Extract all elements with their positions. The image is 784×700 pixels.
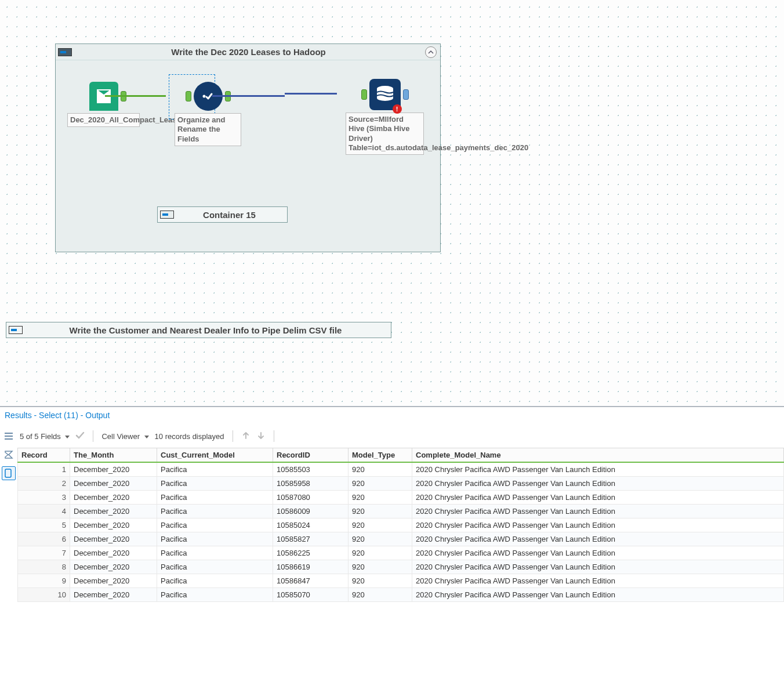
cell-custmodel: Pacifica bbox=[157, 588, 273, 602]
table-row[interactable]: 5December_2020Pacifica105850249202020 Ch… bbox=[18, 518, 784, 532]
output-data-icon: ! bbox=[369, 79, 401, 110]
connector-line[interactable] bbox=[285, 93, 337, 95]
connector-line[interactable] bbox=[212, 95, 285, 97]
cell-month: December_2020 bbox=[70, 588, 157, 602]
col-header-recordid[interactable]: RecordID bbox=[273, 448, 349, 463]
tool-input-label: Dec_2020_All_Compact_Lease_Payments.yxdb bbox=[67, 113, 140, 127]
chevron-down-icon bbox=[144, 436, 149, 438]
tool-output-label: Source=Mllford Hive (Simba Hive Driver) … bbox=[346, 113, 424, 155]
cell-month: December_2020 bbox=[70, 505, 157, 518]
container-toggle-icon[interactable] bbox=[58, 48, 72, 56]
fields-summary[interactable]: 5 of 5 Fields bbox=[20, 432, 70, 441]
col-header-completename[interactable]: Complete_Model_Name bbox=[412, 448, 784, 463]
output-anchor-icon[interactable] bbox=[403, 89, 409, 100]
list-icon bbox=[3, 431, 14, 441]
cell-month: December_2020 bbox=[70, 477, 157, 491]
cell-recordid: 10586619 bbox=[273, 560, 349, 574]
connector-line[interactable] bbox=[105, 95, 166, 97]
container-toggle-icon[interactable] bbox=[9, 326, 23, 334]
workflow-canvas[interactable]: Write the Dec 2020 Leases to Hadoop Dec_… bbox=[0, 0, 784, 406]
cell-viewer-dropdown[interactable]: Cell Viewer bbox=[101, 432, 148, 441]
cell-viewer-label: Cell Viewer bbox=[101, 432, 140, 441]
cell-record: 6 bbox=[18, 532, 70, 546]
cell-modeltype: 920 bbox=[349, 505, 412, 518]
col-header-record[interactable]: Record bbox=[18, 448, 70, 463]
results-title[interactable]: Results - Select (11) - Output bbox=[0, 407, 784, 426]
cell-recordid: 10585024 bbox=[273, 518, 349, 532]
cell-completename: 2020 Chrysler Pacifica AWD Passenger Van… bbox=[412, 462, 784, 477]
input-anchor-icon[interactable] bbox=[361, 89, 367, 100]
cell-record: 8 bbox=[18, 560, 70, 574]
cell-record: 9 bbox=[18, 574, 70, 588]
cell-recordid: 10585827 bbox=[273, 532, 349, 546]
error-badge-icon: ! bbox=[393, 104, 402, 114]
cell-month: December_2020 bbox=[70, 518, 157, 532]
cell-completename: 2020 Chrysler Pacifica AWD Passenger Van… bbox=[412, 477, 784, 491]
table-row[interactable]: 8December_2020Pacifica105866199202020 Ch… bbox=[18, 560, 784, 574]
svg-point-1 bbox=[202, 95, 205, 98]
cell-completename: 2020 Chrysler Pacifica AWD Passenger Van… bbox=[412, 574, 784, 588]
cell-recordid: 10585070 bbox=[273, 588, 349, 602]
view-metadata-button[interactable] bbox=[2, 466, 16, 480]
chevron-up-icon bbox=[428, 49, 434, 55]
results-panel: Results - Select (11) - Output bbox=[0, 406, 784, 602]
tool-output-data[interactable]: ! Source=Mllford Hive (Simba Hive Driver… bbox=[346, 79, 424, 155]
tool-select[interactable]: Organize and Rename the Fields bbox=[175, 82, 241, 146]
col-header-month[interactable]: The_Month bbox=[70, 448, 157, 463]
container-main[interactable]: Write the Dec 2020 Leases to Hadoop Dec_… bbox=[55, 43, 441, 252]
table-row[interactable]: 1December_2020Pacifica105855039202020 Ch… bbox=[18, 462, 784, 477]
container-title: Write the Dec 2020 Leases to Hadoop bbox=[72, 47, 425, 57]
cell-custmodel: Pacifica bbox=[157, 574, 273, 588]
col-header-custmodel[interactable]: Cust_Current_Model bbox=[157, 448, 273, 463]
cell-modeltype: 920 bbox=[349, 477, 412, 491]
cell-modeltype: 920 bbox=[349, 462, 412, 477]
cell-record: 5 bbox=[18, 518, 70, 532]
cell-modeltype: 920 bbox=[349, 588, 412, 602]
cell-custmodel: Pacifica bbox=[157, 560, 273, 574]
table-row[interactable]: 6December_2020Pacifica105858279202020 Ch… bbox=[18, 532, 784, 546]
svg-rect-3 bbox=[5, 433, 13, 434]
cell-completename: 2020 Chrysler Pacifica AWD Passenger Van… bbox=[412, 518, 784, 532]
table-row[interactable]: 4December_2020Pacifica105860099202020 Ch… bbox=[18, 505, 784, 518]
cell-modeltype: 920 bbox=[349, 532, 412, 546]
input-anchor-icon[interactable] bbox=[186, 91, 191, 101]
cell-record: 2 bbox=[18, 477, 70, 491]
chevron-down-icon bbox=[65, 436, 70, 438]
results-view-switcher bbox=[0, 426, 17, 602]
cell-month: December_2020 bbox=[70, 462, 157, 477]
cell-month: December_2020 bbox=[70, 491, 157, 505]
next-record-button[interactable] bbox=[256, 431, 266, 442]
container-toggle-icon[interactable] bbox=[160, 211, 174, 219]
view-list-button[interactable] bbox=[2, 429, 16, 443]
tool-input-data[interactable]: Dec_2020_All_Compact_Lease_Payments.yxdb bbox=[67, 82, 140, 127]
cell-recordid: 10586009 bbox=[273, 505, 349, 518]
cell-record: 1 bbox=[18, 462, 70, 477]
records-summary: 10 records displayed bbox=[155, 432, 224, 441]
container-inner-title: Container 15 bbox=[179, 210, 280, 220]
cell-completename: 2020 Chrysler Pacifica AWD Passenger Van… bbox=[412, 588, 784, 602]
table-row[interactable]: 2December_2020Pacifica105859589202020 Ch… bbox=[18, 477, 784, 491]
cell-completename: 2020 Chrysler Pacifica AWD Passenger Van… bbox=[412, 546, 784, 560]
view-sigma-button[interactable] bbox=[2, 448, 16, 462]
svg-rect-6 bbox=[5, 469, 11, 477]
results-table[interactable]: Record The_Month Cust_Current_Model Reco… bbox=[17, 448, 784, 602]
table-row[interactable]: 10December_2020Pacifica105850709202020 C… bbox=[18, 588, 784, 602]
cell-month: December_2020 bbox=[70, 560, 157, 574]
table-row[interactable]: 9December_2020Pacifica105868479202020 Ch… bbox=[18, 574, 784, 588]
apply-check-button[interactable] bbox=[75, 431, 85, 442]
prev-record-button[interactable] bbox=[241, 431, 251, 442]
cell-custmodel: Pacifica bbox=[157, 518, 273, 532]
container-inner[interactable]: Container 15 bbox=[157, 206, 288, 223]
cell-modeltype: 920 bbox=[349, 574, 412, 588]
cell-modeltype: 920 bbox=[349, 546, 412, 560]
container-second-title: Write the Customer and Nearest Dealer In… bbox=[27, 325, 384, 335]
container-header: Write the Dec 2020 Leases to Hadoop bbox=[56, 44, 440, 60]
cell-custmodel: Pacifica bbox=[157, 491, 273, 505]
sigma-icon bbox=[3, 449, 14, 460]
table-row[interactable]: 7December_2020Pacifica105862259202020 Ch… bbox=[18, 546, 784, 560]
container-second[interactable]: Write the Customer and Nearest Dealer In… bbox=[6, 322, 391, 338]
collapse-button[interactable] bbox=[425, 46, 437, 58]
table-row[interactable]: 3December_2020Pacifica105870809202020 Ch… bbox=[18, 491, 784, 505]
cell-custmodel: Pacifica bbox=[157, 505, 273, 518]
col-header-modeltype[interactable]: Model_Type bbox=[349, 448, 412, 463]
